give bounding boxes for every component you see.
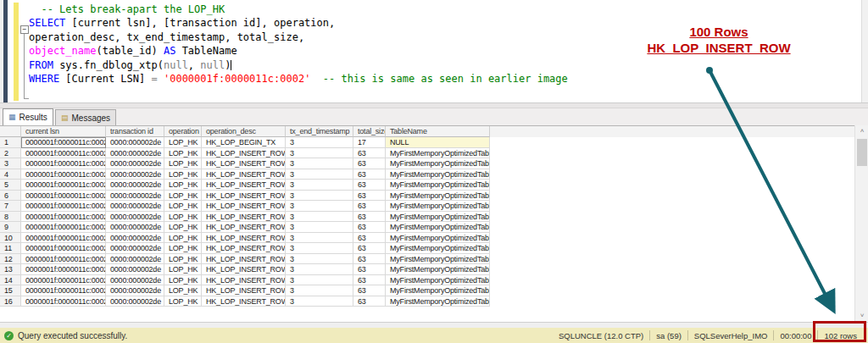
grid-cell[interactable]: 0000:000002de bbox=[106, 201, 164, 212]
grid-cell[interactable]: 63 bbox=[353, 169, 386, 180]
grid-cell[interactable]: HK_LOP_INSERT_ROW bbox=[202, 212, 286, 223]
table-row[interactable]: 20000001f:0000011c:00020000:000002deLOP_… bbox=[0, 148, 854, 159]
grid-cell[interactable]: 0000001f:0000011c:0002 bbox=[21, 180, 106, 191]
grid-cell[interactable]: LOP_HK bbox=[164, 222, 202, 233]
tab-messages[interactable]: ▤ Messages bbox=[55, 109, 116, 125]
grid-cell[interactable]: 0000001f:0000011c:0002 bbox=[21, 296, 106, 307]
grid-cell[interactable]: 0000001f:0000011c:0002 bbox=[21, 191, 106, 202]
grid-cell[interactable]: 63 bbox=[353, 158, 386, 169]
row-number-cell[interactable]: 13 bbox=[0, 264, 21, 275]
grid-cell[interactable]: HK_LOP_INSERT_ROW bbox=[202, 158, 286, 169]
table-row[interactable]: 110000001f:0000011c:00020000:000002deLOP… bbox=[0, 243, 854, 254]
grid-cell[interactable]: 3 bbox=[286, 212, 353, 223]
grid-cell[interactable]: 0000:000002de bbox=[106, 233, 164, 244]
grid-cell[interactable]: 3 bbox=[286, 243, 353, 254]
grid-cell[interactable]: HK_LOP_INSERT_ROW bbox=[202, 243, 286, 254]
grid-cell[interactable]: 63 bbox=[353, 254, 386, 265]
grid-cell[interactable]: 63 bbox=[353, 201, 386, 212]
row-number-cell[interactable]: 14 bbox=[0, 275, 21, 286]
grid-cell[interactable]: 0000001f:0000011c:0002 bbox=[21, 222, 106, 233]
grid-cell[interactable]: 63 bbox=[353, 180, 386, 191]
grid-cell[interactable]: LOP_HK bbox=[164, 296, 202, 307]
table-row[interactable]: 130000001f:0000011c:00020000:000002deLOP… bbox=[0, 264, 854, 275]
grid-cell[interactable]: LOP_HK bbox=[164, 264, 202, 275]
row-number-cell[interactable]: 10 bbox=[0, 233, 21, 244]
table-row[interactable]: 10000001f:0000011c:00020000:000002deLOP_… bbox=[0, 137, 854, 148]
grid-column-header[interactable]: TableName bbox=[386, 126, 490, 137]
grid-cell[interactable]: 63 bbox=[353, 243, 386, 254]
grid-cell[interactable]: 0000:000002de bbox=[106, 158, 164, 169]
grid-cell[interactable]: NULL bbox=[386, 137, 490, 148]
grid-cell[interactable]: 0000:000002de bbox=[106, 275, 164, 286]
row-number-cell[interactable]: 16 bbox=[0, 296, 21, 307]
grid-cell[interactable]: MyFirstMemporyOptimizedTable bbox=[386, 264, 490, 275]
grid-column-header[interactable]: tx_end_timestamp bbox=[286, 126, 353, 137]
scroll-down-icon[interactable]: ˅ bbox=[855, 310, 868, 322]
grid-column-header[interactable]: operation_desc bbox=[202, 126, 286, 137]
pane-splitter[interactable] bbox=[0, 102, 868, 108]
grid-cell[interactable]: 3 bbox=[286, 148, 353, 159]
grid-cell[interactable]: 3 bbox=[286, 264, 353, 275]
grid-cell[interactable]: 0000:000002de bbox=[106, 264, 164, 275]
row-number-cell[interactable]: 4 bbox=[0, 169, 21, 180]
grid-cell[interactable]: HK_LOP_INSERT_ROW bbox=[202, 264, 286, 275]
grid-cell[interactable]: 0000:000002de bbox=[106, 169, 164, 180]
grid-cell[interactable]: 0000:000002de bbox=[106, 222, 164, 233]
row-number-cell[interactable]: 1 bbox=[0, 137, 21, 148]
grid-cell[interactable]: 0000:000002de bbox=[106, 296, 164, 307]
grid-cell[interactable]: 63 bbox=[353, 296, 386, 307]
grid-cell[interactable]: 63 bbox=[353, 233, 386, 244]
grid-cell[interactable]: 63 bbox=[353, 148, 386, 159]
grid-cell[interactable]: MyFirstMemporyOptimizedTable bbox=[386, 158, 490, 169]
grid-cell[interactable]: 3 bbox=[286, 254, 353, 265]
grid-cell[interactable]: 0000001f:0000011c:0002 bbox=[21, 201, 106, 212]
grid-cell[interactable]: LOP_HK bbox=[164, 285, 202, 296]
table-row[interactable]: 40000001f:0000011c:00020000:000002deLOP_… bbox=[0, 169, 854, 180]
grid-cell[interactable]: 3 bbox=[286, 222, 353, 233]
table-row[interactable]: 140000001f:0000011c:00020000:000002deLOP… bbox=[0, 275, 854, 286]
grid-cell[interactable]: 0000:000002de bbox=[106, 191, 164, 202]
grid-cell[interactable]: 63 bbox=[353, 275, 386, 286]
grid-cell[interactable]: MyFirstMemporyOptimizedTable bbox=[386, 296, 490, 307]
grid-cell[interactable]: LOP_HK bbox=[164, 158, 202, 169]
grid-cell[interactable]: LOP_HK bbox=[164, 233, 202, 244]
grid-cell[interactable]: HK_LOP_INSERT_ROW bbox=[202, 201, 286, 212]
grid-cell[interactable]: LOP_HK bbox=[164, 169, 202, 180]
grid-cell[interactable]: MyFirstMemporyOptimizedTable bbox=[386, 169, 490, 180]
grid-cell[interactable]: 3 bbox=[286, 169, 353, 180]
grid-cell[interactable]: 0000:000002de bbox=[106, 243, 164, 254]
grid-cell[interactable]: 63 bbox=[353, 191, 386, 202]
grid-cell[interactable]: 3 bbox=[286, 285, 353, 296]
grid-cell[interactable]: LOP_HK bbox=[164, 243, 202, 254]
grid-cell[interactable]: MyFirstMemporyOptimizedTable bbox=[386, 285, 490, 296]
results-grid[interactable]: current lsntransaction idoperationoperat… bbox=[0, 125, 854, 322]
table-row[interactable]: 60000001f:0000011c:00020000:000002deLOP_… bbox=[0, 191, 854, 202]
table-row[interactable]: 100000001f:0000011c:00020000:000002deLOP… bbox=[0, 233, 854, 244]
row-number-cell[interactable]: 5 bbox=[0, 180, 21, 191]
grid-cell[interactable]: 3 bbox=[286, 180, 353, 191]
table-row[interactable]: 50000001f:0000011c:00020000:000002deLOP_… bbox=[0, 180, 854, 191]
table-row[interactable]: 70000001f:0000011c:00020000:000002deLOP_… bbox=[0, 201, 854, 212]
grid-cell[interactable]: 0000:000002de bbox=[106, 285, 164, 296]
grid-cell[interactable]: MyFirstMemporyOptimizedTable bbox=[386, 148, 490, 159]
grid-cell[interactable]: 0000:000002de bbox=[106, 212, 164, 223]
grid-cell[interactable]: HK_LOP_INSERT_ROW bbox=[202, 148, 286, 159]
grid-cell[interactable]: HK_LOP_INSERT_ROW bbox=[202, 275, 286, 286]
grid-column-header[interactable]: transaction id bbox=[106, 126, 164, 137]
grid-cell[interactable]: 3 bbox=[286, 233, 353, 244]
grid-column-header[interactable]: current lsn bbox=[21, 126, 106, 137]
grid-cell[interactable]: LOP_HK bbox=[164, 275, 202, 286]
grid-vertical-scrollbar[interactable]: ˄ ˅ bbox=[854, 125, 868, 322]
grid-cell[interactable]: LOP_HK bbox=[164, 212, 202, 223]
grid-cell[interactable]: LOP_HK bbox=[164, 137, 202, 148]
grid-cell[interactable]: LOP_HK bbox=[164, 148, 202, 159]
grid-cell[interactable]: 0000001f:0000011c:0002 bbox=[21, 254, 106, 265]
grid-cell[interactable]: 3 bbox=[286, 201, 353, 212]
row-number-cell[interactable]: 3 bbox=[0, 158, 21, 169]
grid-cell[interactable]: 0000001f:0000011c:0002 bbox=[21, 148, 106, 159]
table-row[interactable]: 160000001f:0000011c:00020000:000002deLOP… bbox=[0, 296, 854, 307]
table-row[interactable]: 30000001f:0000011c:00020000:000002deLOP_… bbox=[0, 158, 854, 169]
row-number-cell[interactable]: 7 bbox=[0, 201, 21, 212]
grid-cell[interactable]: 0000001f:0000011c:0002 bbox=[21, 169, 106, 180]
grid-cell[interactable]: 0000:000002de bbox=[106, 254, 164, 265]
